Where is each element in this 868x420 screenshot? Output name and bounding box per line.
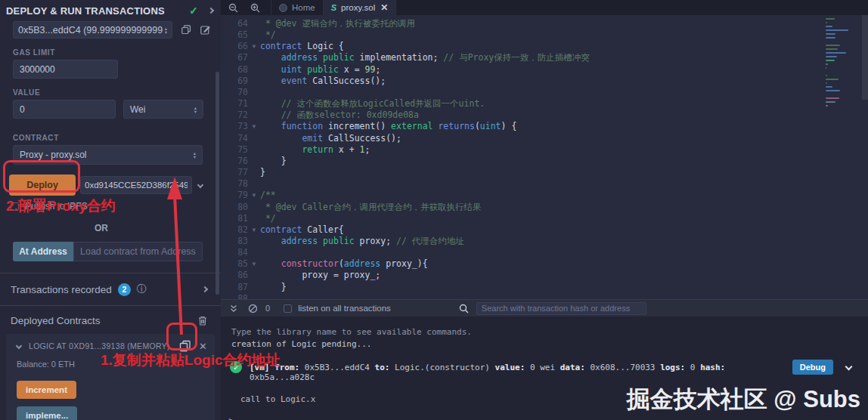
transactions-expand-chevron-icon[interactable] [202, 286, 208, 292]
terminal-prompt[interactable]: > [228, 415, 234, 420]
code-line[interactable]: 69 event CallSuccess(); [221, 76, 868, 87]
fold-chevron-icon[interactable]: ▼ [248, 258, 260, 270]
code-line[interactable]: 88 [221, 293, 868, 299]
code-line[interactable]: 76 } [221, 156, 868, 167]
close-tab-icon[interactable]: ✕ [380, 2, 388, 13]
expand-terminal-icon[interactable] [230, 304, 237, 313]
at-address-input[interactable] [73, 242, 203, 261]
contract-select[interactable]: Proxy - proxy.sol ▴▾ [13, 145, 203, 165]
deployed-contract-title: LOGIC AT 0XD91...39138 (MEMORY) [29, 341, 179, 351]
panel-scrollbar[interactable] [215, 72, 219, 295]
code-line[interactable]: 85▼ constructor(address proxy_){ [221, 258, 868, 270]
contract-value: Proxy - proxy.sol [20, 150, 191, 160]
code-line[interactable]: 72 // 函数selector: 0xd09de08a [221, 110, 868, 121]
terminal-header: 0 listen on all transactions [221, 299, 868, 317]
info-icon[interactable]: ⓘ [137, 283, 147, 296]
account-stepper-icon: ▴▾ [165, 26, 167, 34]
value-input[interactable] [13, 100, 116, 119]
transactions-recorded-row[interactable]: Transactions recorded 2 ⓘ [0, 273, 221, 305]
gas-limit-input[interactable] [13, 60, 118, 79]
unit-stepper-icon: ▴▾ [194, 106, 197, 113]
or-label: OR [0, 223, 203, 233]
fold-chevron-icon[interactable]: ▼ [248, 224, 260, 236]
contract-collapse-chevron-icon[interactable] [16, 343, 22, 349]
code-line[interactable]: 70 [221, 87, 868, 98]
publish-ipfs-label: Publish to IPFS [25, 201, 88, 212]
terminal-hint-line: Type the library name to see available c… [231, 327, 868, 337]
tx-summary-text: [vm] from: 0x5B3...eddC4 to: Logic.(cons… [250, 363, 725, 382]
fold-chevron-icon[interactable]: ▼ [248, 41, 260, 52]
code-line[interactable]: 64 * @dev 逻辑合约，执行被委托的调用 [221, 18, 868, 29]
tab-proxy-sol[interactable]: S proxy.sol ✕ [324, 0, 397, 15]
editor-tabbar: Home S proxy.sol ✕ [221, 0, 868, 15]
code-line[interactable]: 73▼ function increment() external return… [221, 121, 868, 132]
search-icon [459, 304, 469, 313]
tab-proxy-sol-label: proxy.sol [341, 3, 375, 12]
code-line[interactable]: 71 // 这个函数会释放LogicCalled并返回一个uint. [221, 98, 868, 110]
gas-limit-label: GAS LIMIT [13, 48, 221, 57]
tab-home-label: Home [292, 3, 315, 12]
value-label: VALUE [13, 88, 221, 97]
code-line[interactable]: 81 */ [221, 213, 868, 224]
fold-chevron-icon[interactable]: ▼ [248, 190, 260, 201]
value-unit: Wei [130, 104, 192, 115]
deployed-contracts-label: Deployed Contracts [11, 315, 189, 326]
zoom-out-icon[interactable] [228, 3, 238, 13]
watermark-text: 掘金技术社区 @ Subs [627, 384, 860, 415]
code-area[interactable]: 64 * @dev 逻辑合约，执行被委托的调用65 */66▼contract … [221, 15, 868, 299]
solidity-file-icon: S [331, 3, 336, 12]
tx-success-check-icon: ✓ [230, 361, 242, 373]
tx-expand-chevron-icon[interactable] [845, 363, 853, 371]
at-address-button[interactable]: At Address [13, 242, 73, 261]
remove-contract-icon[interactable]: ✕ [199, 341, 207, 352]
collapse-panel-chevron-icon[interactable] [208, 8, 214, 14]
account-select[interactable]: 0x5B3...eddC4 (99.9999999999998 ▴▾ [13, 21, 172, 39]
editor-scrollbar[interactable] [862, 15, 868, 100]
code-line[interactable]: 86 proxy = proxy_; [221, 270, 868, 281]
debug-button[interactable]: Debug [792, 360, 833, 375]
terminal-search-input[interactable] [476, 302, 646, 315]
edit-account-icon[interactable] [200, 25, 211, 35]
code-line[interactable]: 78 [221, 178, 868, 190]
code-line[interactable]: 84 [221, 247, 868, 258]
terminal-pending-line: creation of Logic pending... [231, 339, 868, 349]
trash-icon[interactable] [198, 316, 207, 326]
code-line[interactable]: 75 return x + 1; [221, 144, 868, 156]
code-line[interactable]: 74 emit CallSuccess(); [221, 133, 868, 144]
pending-tx-count: 0 [265, 304, 270, 313]
deployed-contract-card: LOGIC AT 0XD91...39138 (MEMORY) ✕ Balanc… [6, 334, 215, 420]
code-line[interactable]: 66▼contract Logic { [221, 41, 868, 52]
copy-account-icon[interactable] [181, 25, 191, 35]
code-line[interactable]: 82▼contract Caller{ [221, 224, 868, 236]
code-editor: Home S proxy.sol ✕ 64 * @dev 逻辑合约，执行被委托的… [221, 0, 868, 299]
deploy-address-input[interactable] [80, 176, 192, 194]
increment-function-button[interactable]: increment [17, 381, 76, 399]
tab-home[interactable]: Home [271, 0, 324, 15]
transactions-recorded-label: Transactions recorded [11, 284, 112, 295]
code-line[interactable]: 80 * @dev Caller合约，调用代理合约，并获取执行结果 [221, 202, 868, 213]
transaction-log-row[interactable]: ✓ [vm] from: 0x5B3...eddC4 to: Logic.(co… [250, 363, 868, 382]
clear-console-icon[interactable] [248, 304, 258, 313]
code-line[interactable]: 68 uint public x = 99; [221, 64, 868, 76]
code-line[interactable]: 77} [221, 167, 868, 178]
transactions-count-badge: 2 [118, 283, 131, 296]
compile-success-check-icon: ✓ [189, 5, 198, 17]
fold-chevron-icon[interactable]: ▼ [248, 121, 260, 132]
listen-all-transactions-checkbox[interactable] [284, 304, 292, 313]
value-unit-select[interactable]: Wei ▴▾ [123, 100, 203, 119]
zoom-in-icon[interactable] [250, 3, 260, 13]
code-line[interactable]: 79▼/** [221, 190, 868, 201]
deploy-button[interactable]: Deploy [9, 174, 76, 196]
code-line[interactable]: 67 address public implementation; // 与Pr… [221, 52, 868, 63]
editor-minimap[interactable] [826, 18, 860, 113]
code-line[interactable]: 65 */ [221, 29, 868, 41]
publish-ipfs-checkbox[interactable] [11, 202, 19, 211]
deploy-run-panel: DEPLOY & RUN TRANSACTIONS ✓ 0x5B3...eddC… [0, 0, 221, 420]
implementation-function-button[interactable]: impleme... [17, 406, 77, 420]
contract-stepper-icon: ▴▾ [194, 151, 196, 159]
code-line[interactable]: 87 } [221, 282, 868, 293]
copy-contract-address-icon[interactable] [179, 340, 191, 352]
deploy-expand-chevron-icon[interactable] [197, 182, 203, 188]
contract-label: CONTRACT [13, 134, 221, 142]
code-line[interactable]: 83 address public proxy; // 代理合约地址 [221, 236, 868, 247]
